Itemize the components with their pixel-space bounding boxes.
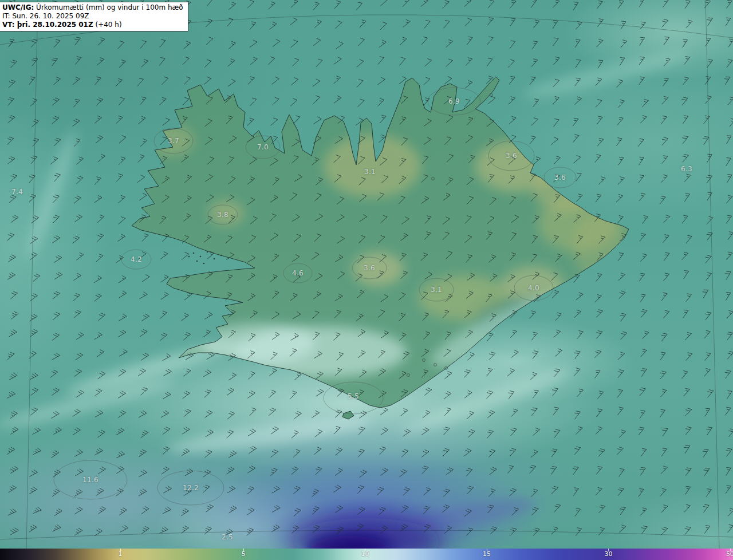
colorbar-tick-label: 5 xyxy=(241,550,245,558)
valid-prefix: VT: xyxy=(2,21,15,29)
islet-dot xyxy=(200,256,202,258)
colorbar-ticks: 1510153050 xyxy=(0,549,733,560)
colorbar-tick-label: 1 xyxy=(118,550,122,558)
title-line-valid: VT: þri. 28.10.2025 01Z (+40 h) xyxy=(2,21,183,29)
islet-dot xyxy=(214,258,215,260)
islet-dot xyxy=(193,253,195,254)
precip-contour xyxy=(157,471,224,505)
valid-time: þri. 28.10.2025 01Z xyxy=(15,21,93,29)
colorbar-tick-label: 10 xyxy=(361,550,369,558)
map-vector-layer xyxy=(0,0,733,549)
colorbar-tick-label: 50 xyxy=(726,550,733,558)
precip-colorbar: 1510153050 xyxy=(0,549,733,560)
islet-dot xyxy=(207,251,208,253)
init-time: Sun. 26. 10. 2025 09Z xyxy=(10,12,89,20)
product-name: Úrkomumætti (mm) og vindur i 100m hæð xyxy=(34,3,183,11)
model-name: UWC/IG: xyxy=(2,3,34,11)
title-box: UWC/IG: Úrkomumætti (mm) og vindur i 100… xyxy=(0,2,188,31)
islet-dot xyxy=(220,255,222,257)
precip-contour xyxy=(54,460,127,499)
title-line-product: UWC/IG: Úrkomumætti (mm) og vindur i 100… xyxy=(2,3,183,12)
islet-dot xyxy=(188,256,190,258)
valid-lead: (+40 h) xyxy=(93,21,122,29)
weather-map-screenshot: 6.93.77.03.66.33.13.67.43.84.23.64.64.03… xyxy=(0,0,733,560)
colorbar-tick-label: 30 xyxy=(604,550,612,558)
islet-dot xyxy=(203,263,205,265)
precip-contour xyxy=(121,250,151,269)
title-line-init: IT: Sun. 26. 10. 2025 09Z xyxy=(2,12,183,21)
colorbar-tick-label: 15 xyxy=(483,550,491,558)
init-prefix: IT: xyxy=(2,12,10,20)
islet-dot xyxy=(196,261,198,262)
precip-contour xyxy=(544,167,576,188)
